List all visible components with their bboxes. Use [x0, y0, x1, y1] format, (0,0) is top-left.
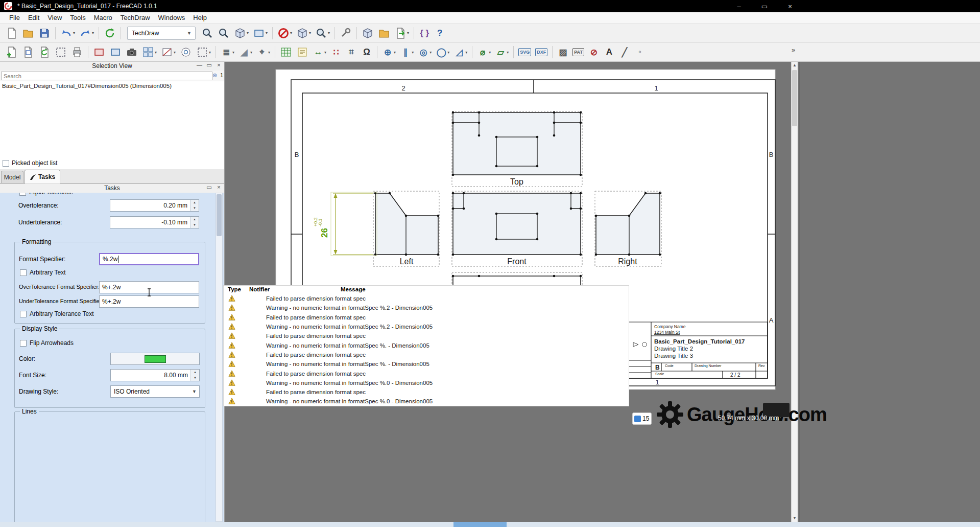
extension-line-tools-icon[interactable]: ∥▾: [398, 45, 415, 59]
report-row[interactable]: Warning - no numeric format in formatSpe…: [224, 378, 629, 387]
dropdown-arrow-icon[interactable]: ▾: [407, 31, 409, 35]
print-page-icon[interactable]: [69, 45, 85, 59]
dropdown-arrow-icon[interactable]: ▾: [489, 50, 491, 55]
report-row[interactable]: Warning - no numeric format in formatSpe…: [224, 397, 629, 406]
scroll-down-icon[interactable]: ▼: [792, 515, 798, 522]
format-specifier-input[interactable]: %.2w: [99, 253, 199, 265]
extension-chamfer-dimension-icon[interactable]: ◿▾: [452, 45, 469, 59]
dropdown-arrow-icon[interactable]: ▾: [266, 31, 268, 35]
canvas-scrollbar[interactable]: ▲ ▼: [791, 62, 798, 522]
picked-object-checkbox[interactable]: [3, 160, 9, 167]
minimize-button[interactable]: –: [726, 0, 752, 12]
remove-decoration-icon[interactable]: ⊘: [587, 45, 601, 59]
box-selection-icon[interactable]: [216, 26, 231, 40]
extension-threading-icon[interactable]: ◎▾: [416, 45, 433, 59]
menu-view[interactable]: View: [43, 14, 66, 21]
undertolerance-format-input[interactable]: %+.2w: [99, 295, 199, 308]
dropdown-arrow-icon[interactable]: ▾: [465, 50, 467, 55]
report-row[interactable]: Failed to parse dimension format spec: [224, 387, 629, 397]
extension-positioning-icon[interactable]: ⊕▾: [380, 45, 397, 59]
toggle-frames-icon[interactable]: [53, 45, 68, 59]
menu-file[interactable]: File: [5, 14, 24, 21]
insert-clip-group-icon[interactable]: ▾: [195, 45, 212, 59]
export-icon[interactable]: ▾: [393, 26, 411, 40]
spin-down-icon[interactable]: ▼: [190, 222, 199, 228]
dropdown-arrow-icon[interactable]: ▾: [328, 31, 330, 35]
tab-tasks[interactable]: Tasks: [25, 170, 60, 184]
dropdown-arrow-icon[interactable]: ▾: [447, 50, 449, 55]
hatch-tools-icon[interactable]: ◢▾: [237, 45, 254, 59]
report-row[interactable]: Failed to parse dimension format spec: [224, 350, 629, 359]
export-svg-icon[interactable]: SVG: [517, 45, 533, 59]
spin-down-icon[interactable]: ▼: [190, 205, 199, 211]
report-row[interactable]: Warning - no numeric format in formatSpe…: [224, 303, 629, 312]
selection-view-header[interactable]: Selection View — ▭ ×: [0, 62, 224, 71]
report-row[interactable]: Warning - no numeric format in formatSpe…: [224, 340, 629, 350]
apply-hatch-icon[interactable]: ▨: [556, 45, 570, 59]
spin-up-icon[interactable]: ▲: [190, 200, 199, 205]
scroll-up-icon[interactable]: ▲: [792, 62, 798, 69]
arbitrary-text-checkbox[interactable]: [20, 269, 27, 276]
zoom-tools-icon[interactable]: ▾: [314, 26, 331, 40]
dropdown-arrow-icon[interactable]: ▾: [394, 50, 396, 55]
menu-macro[interactable]: Macro: [90, 14, 116, 21]
report-row[interactable]: Failed to parse dimension format spec: [224, 331, 629, 340]
toolbar-overflow-icon[interactable]: »: [792, 46, 795, 54]
dock-close-icon[interactable]: ×: [216, 62, 222, 68]
expression-editor-icon[interactable]: { }: [417, 26, 432, 40]
menu-help[interactable]: Help: [189, 14, 211, 21]
dropdown-arrow-icon[interactable]: ▾: [250, 50, 252, 55]
dock-minimize-icon[interactable]: —: [196, 62, 203, 68]
equal-tolerance-checkbox[interactable]: [19, 193, 26, 196]
dropdown-arrow-icon[interactable]: ▾: [507, 50, 509, 55]
group-folder-icon[interactable]: [376, 26, 392, 40]
dropdown-arrow-icon[interactable]: ▾: [232, 50, 234, 55]
spin-up-icon[interactable]: ▲: [190, 217, 199, 222]
spreadsheet-view-icon[interactable]: [278, 45, 294, 59]
undertolerance-spinbox[interactable]: -0.10 mm ▲▼: [110, 216, 199, 228]
selection-list[interactable]: Basic_Part_Design_Tutorial_017#Dimension…: [0, 81, 224, 158]
dropdown-arrow-icon[interactable]: ▾: [92, 31, 94, 35]
coordinate-dimension-icon[interactable]: ⌗: [344, 45, 358, 59]
font-size-spinbox[interactable]: 8.00 mm ▲▼: [110, 369, 200, 381]
close-button[interactable]: ×: [777, 0, 803, 12]
insert-view-icon[interactable]: [91, 45, 107, 59]
tasks-scrollbar[interactable]: [216, 193, 223, 522]
search-input[interactable]: [1, 72, 212, 80]
report-view-panel[interactable]: Type Notifier Message Failed to parse di…: [223, 285, 629, 406]
scrollbar-thumb[interactable]: [217, 194, 222, 236]
dropdown-arrow-icon[interactable]: ▾: [209, 50, 211, 55]
menu-windows[interactable]: Windows: [154, 14, 189, 21]
insert-projection-group-icon[interactable]: ▾: [140, 45, 158, 59]
apply-pat-hatch-icon[interactable]: PAT: [571, 45, 586, 59]
export-dxf-icon[interactable]: DXF: [534, 45, 549, 59]
overtolerance-spinbox[interactable]: 0.20 mm ▲▼: [110, 199, 199, 212]
cosmetic-line-icon[interactable]: ╱: [617, 45, 632, 59]
dock-float-icon[interactable]: ▭: [206, 62, 212, 68]
dimension-tools-icon[interactable]: ↔▾: [311, 45, 328, 59]
redraw-page-icon[interactable]: [37, 45, 52, 59]
clear-search-icon[interactable]: ⊗: [212, 72, 217, 79]
tasks-float-icon[interactable]: ▭: [206, 184, 212, 191]
cosmetic-vertex-icon[interactable]: ◦: [633, 45, 647, 59]
part-box-icon[interactable]: [360, 26, 375, 40]
count-badge[interactable]: 15: [632, 413, 652, 425]
centerline-tools-icon[interactable]: ⌖▾: [255, 45, 272, 59]
insert-page-icon[interactable]: [4, 45, 19, 59]
undo-icon[interactable]: ▾: [59, 26, 77, 40]
selected-item[interactable]: Basic_Part_Design_Tutorial_017#Dimension…: [2, 83, 172, 89]
report-row[interactable]: Failed to parse dimension format spec: [224, 369, 629, 378]
refresh-icon[interactable]: [102, 26, 117, 40]
menu-techdraw[interactable]: TechDraw: [116, 14, 154, 21]
dropdown-arrow-icon[interactable]: ▾: [247, 31, 249, 35]
tasks-header[interactable]: Tasks ▭ ×: [0, 184, 224, 194]
dropdown-arrow-icon[interactable]: ▾: [429, 50, 432, 55]
dropdown-arrow-icon[interactable]: ▾: [290, 31, 292, 35]
whats-this-icon[interactable]: ?: [433, 26, 447, 40]
annotation-text-icon[interactable]: A: [602, 45, 616, 59]
view-mode-icon[interactable]: ▾: [251, 26, 269, 40]
redo-icon[interactable]: ▾: [78, 26, 95, 40]
fit-all-icon[interactable]: [200, 26, 215, 40]
clipping-icon[interactable]: ▾: [276, 26, 294, 40]
drawing-style-combobox[interactable]: ISO Oriented ▼: [110, 385, 200, 398]
